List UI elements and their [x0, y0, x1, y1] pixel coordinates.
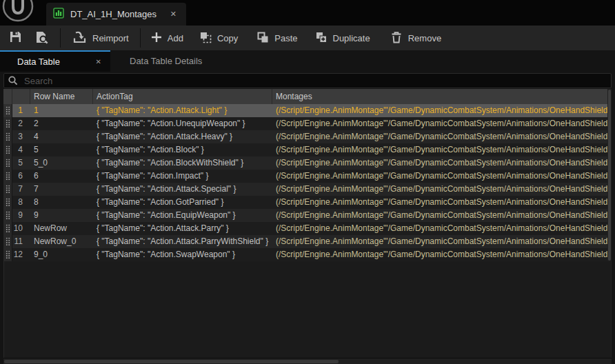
row-drag-handle[interactable] — [3, 170, 12, 183]
row-drag-handle[interactable] — [3, 248, 12, 261]
tab-close-icon[interactable]: ✕ — [96, 58, 101, 65]
row-number-cell: 8 — [12, 196, 30, 209]
row-name-cell: 2 — [30, 117, 93, 130]
table-body: 1 1 { "TagName": "Action.Attack.Light" }… — [3, 104, 612, 261]
asset-tab-close-icon[interactable]: ✕ — [168, 8, 179, 20]
table-row[interactable]: 12 9_0 { "TagName": "Action.SwapWeapon" … — [3, 248, 612, 261]
browse-to-asset-button[interactable] — [34, 28, 49, 48]
row-drag-handle[interactable] — [3, 222, 12, 235]
row-name-cell: NewRow_0 — [30, 235, 93, 248]
montages-cell: (/Script/Engine.AnimMontage'"/Game/Dynam… — [272, 130, 612, 143]
action-tag-cell: { "TagName": "Action.Attack.Heavy" } — [93, 130, 272, 143]
row-name-cell: NewRow — [30, 222, 93, 235]
action-tag-cell: { "TagName": "Action.Attack.Light" } — [93, 104, 272, 117]
search-icon — [8, 75, 19, 89]
plus-icon — [150, 31, 163, 46]
reimport-label: Reimport — [92, 33, 129, 43]
find-in-content-browser-icon — [34, 30, 49, 47]
save-button[interactable] — [8, 28, 23, 48]
add-button[interactable]: Add — [150, 28, 183, 48]
action-tag-cell: { "TagName": "Action.UnequipWeapon" } — [93, 117, 272, 130]
action-tag-cell: { "TagName": "Action.EquipWeapon" } — [93, 209, 272, 222]
table-row[interactable]: 5 5_0 { "TagName": "Action.BlockWithShie… — [3, 156, 612, 170]
action-tag-cell: { "TagName": "Action.Attack.ParryWithShi… — [93, 235, 272, 248]
row-drag-handle[interactable] — [3, 196, 12, 209]
horizontal-scrollbar[interactable] — [3, 358, 612, 364]
panel-tab-bar: Data Table ✕ Data Table Details — [0, 50, 615, 72]
montages-cell: (/Script/Engine.AnimMontage'"/Game/Dynam… — [272, 248, 612, 261]
duplicate-button[interactable]: Duplicate — [314, 28, 370, 48]
vertical-scrollbar[interactable] — [607, 89, 612, 261]
row-number-cell: 12 — [12, 248, 30, 261]
drag-dots-icon — [6, 185, 10, 194]
tab-data-table[interactable]: Data Table ✕ — [0, 50, 110, 72]
drag-dots-icon — [6, 198, 10, 207]
horizontal-scrollbar-thumb[interactable] — [4, 360, 339, 363]
table-row[interactable]: 7 7 { "TagName": "Action.Attack.Special"… — [3, 183, 612, 196]
table-row[interactable]: 6 6 { "TagName": "Action.Impact" } (/Scr… — [3, 170, 612, 183]
row-drag-handle[interactable] — [3, 130, 12, 143]
row-number-cell: 5 — [12, 156, 30, 170]
row-number-cell: 10 — [12, 222, 30, 235]
tab-data-table-details[interactable]: Data Table Details — [110, 50, 221, 72]
header-row-name[interactable]: Row Name — [30, 89, 93, 104]
action-tag-cell: { "TagName": "Action.Impact" } — [93, 170, 272, 183]
action-tag-cell: { "TagName": "Action.SwapWeapon" } — [93, 248, 272, 261]
table-row[interactable]: 3 4 { "TagName": "Action.Attack.Heavy" }… — [3, 130, 612, 143]
remove-label: Remove — [408, 33, 441, 43]
header-row-number — [12, 89, 30, 104]
row-drag-handle[interactable] — [3, 209, 12, 222]
montages-cell: (/Script/Engine.AnimMontage'"/Game/Dynam… — [272, 143, 612, 156]
asset-tab[interactable]: DT_AI_1H_Montages ✕ — [46, 3, 186, 26]
row-drag-handle[interactable] — [3, 235, 12, 248]
drag-dots-icon — [6, 106, 10, 115]
toolbar-separator — [60, 28, 61, 48]
montages-cell: (/Script/Engine.AnimMontage'"/Game/Dynam… — [272, 235, 612, 248]
row-number-cell: 4 — [12, 143, 30, 156]
row-number-cell: 1 — [12, 104, 30, 117]
paste-button[interactable]: Paste — [256, 28, 297, 48]
table-row[interactable]: 1 1 { "TagName": "Action.Attack.Light" }… — [3, 104, 612, 117]
copy-button[interactable]: Copy — [199, 28, 238, 48]
row-name-cell: 1 — [30, 104, 93, 117]
vertical-scrollbar-thumb[interactable] — [608, 90, 611, 261]
table-row[interactable]: 9 9 { "TagName": "Action.EquipWeapon" } … — [3, 209, 612, 222]
drag-dots-icon — [6, 250, 10, 259]
row-drag-handle[interactable] — [3, 117, 12, 130]
row-drag-handle[interactable] — [3, 143, 12, 156]
montages-cell: (/Script/Engine.AnimMontage'"/Game/Dynam… — [272, 170, 612, 183]
table-row[interactable]: 2 2 { "TagName": "Action.UnequipWeapon" … — [3, 117, 612, 130]
search-bar — [0, 72, 615, 89]
row-number-cell: 9 — [12, 209, 30, 222]
row-drag-handle[interactable] — [3, 183, 12, 196]
table-row[interactable]: 11 NewRow_0 { "TagName": "Action.Attack.… — [3, 235, 612, 248]
paste-icon — [256, 30, 270, 46]
row-name-cell: 8 — [30, 196, 93, 209]
remove-button[interactable]: Remove — [390, 28, 441, 48]
search-input[interactable] — [3, 73, 612, 88]
drag-dots-icon — [6, 237, 10, 246]
montages-cell: (/Script/Engine.AnimMontage'"/Game/Dynam… — [272, 222, 612, 235]
table-row[interactable]: 4 5 { "TagName": "Action.Block" } (/Scri… — [3, 143, 612, 156]
row-number-cell: 3 — [12, 130, 30, 143]
montages-cell: (/Script/Engine.AnimMontage'"/Game/Dynam… — [272, 183, 612, 196]
row-name-cell: 9 — [30, 209, 93, 222]
header-actiontag[interactable]: ActionTag — [93, 89, 272, 104]
row-number-cell: 11 — [12, 235, 30, 248]
datatable-asset-icon — [53, 8, 64, 21]
header-montages[interactable]: Montages — [272, 89, 612, 104]
drag-dots-icon — [6, 211, 10, 220]
asset-tab-title: DT_AI_1H_Montages — [70, 9, 157, 19]
duplicate-icon — [314, 30, 328, 46]
toolbar: Reimport Add Copy — [0, 26, 615, 50]
action-tag-cell: { "TagName": "Action.Attack.Parry" } — [93, 222, 272, 235]
montages-cell: (/Script/Engine.AnimMontage'"/Game/Dynam… — [272, 209, 612, 222]
header-handle-spacer — [3, 89, 12, 104]
table-row[interactable]: 10 NewRow { "TagName": "Action.Attack.Pa… — [3, 222, 612, 235]
reimport-button[interactable]: Reimport — [72, 28, 129, 48]
row-drag-handle[interactable] — [3, 104, 12, 117]
row-number-cell: 7 — [12, 183, 30, 196]
duplicate-label: Duplicate — [333, 33, 370, 43]
row-drag-handle[interactable] — [3, 156, 12, 170]
table-row[interactable]: 8 8 { "TagName": "Action.GotParried" } (… — [3, 196, 612, 209]
